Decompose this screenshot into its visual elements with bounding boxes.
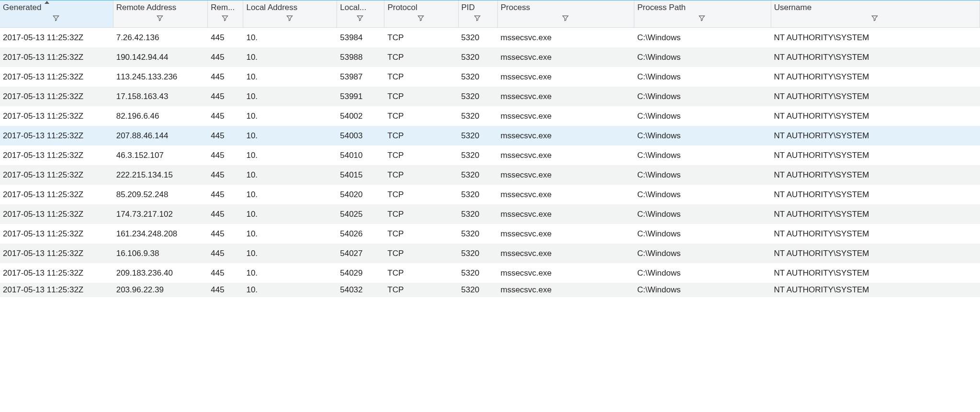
cell-process_path: C:\Windows	[634, 210, 771, 219]
cell-pid: 5320	[458, 151, 497, 160]
table-row[interactable]: 2017-05-13 11:25:32Z209.183.236.4044510.…	[0, 263, 980, 283]
table-row[interactable]: 2017-05-13 11:25:32Z222.215.134.1544510.…	[0, 165, 980, 185]
cell-username: NT AUTHORITY\SYSTEM	[771, 72, 980, 82]
table-row[interactable]: 2017-05-13 11:25:32Z82.196.6.4644510.540…	[0, 106, 980, 126]
cell-remote_address: 161.234.248.208	[113, 229, 208, 239]
cell-remote_port: 445	[208, 151, 243, 160]
cell-pid: 5320	[458, 111, 497, 121]
cell-local_port: 54025	[337, 210, 384, 219]
cell-local_port: 54003	[337, 131, 384, 141]
column-header-process[interactable]: Process	[498, 0, 634, 28]
table-row[interactable]: 2017-05-13 11:25:32Z113.245.133.23644510…	[0, 67, 980, 87]
cell-protocol: TCP	[384, 190, 458, 200]
cell-pid: 5320	[458, 190, 497, 200]
grid-header-row: GeneratedRemote AddressRem...Local Addre…	[0, 0, 980, 28]
table-row[interactable]: 2017-05-13 11:25:32Z190.142.94.4444510.5…	[0, 47, 980, 67]
column-header-label: Remote Address	[116, 2, 205, 13]
cell-remote_address: 203.96.22.39	[113, 285, 208, 295]
cell-username: NT AUTHORITY\SYSTEM	[771, 268, 980, 278]
filter-icon[interactable]	[871, 15, 879, 22]
cell-remote_address: 174.73.217.102	[113, 210, 208, 219]
cell-generated: 2017-05-13 11:25:32Z	[0, 210, 113, 219]
sort-ascending-icon	[45, 1, 49, 4]
filter-icon[interactable]	[53, 15, 60, 22]
table-row[interactable]: 2017-05-13 11:25:32Z7.26.42.13644510.539…	[0, 28, 980, 47]
grid-body: 2017-05-13 11:25:32Z7.26.42.13644510.539…	[0, 28, 980, 297]
cell-remote_address: 82.196.6.46	[113, 111, 208, 121]
filter-icon[interactable]	[157, 15, 164, 22]
filter-icon[interactable]	[222, 15, 229, 22]
cell-process_path: C:\Windows	[634, 229, 771, 239]
column-header-local_address[interactable]: Local Address	[243, 0, 337, 28]
column-header-remote_port[interactable]: Rem...	[208, 0, 243, 28]
cell-process: mssecsvc.exe	[498, 285, 635, 295]
column-header-label: Process Path	[637, 2, 767, 13]
cell-remote_port: 445	[208, 131, 243, 141]
cell-remote_address: 7.26.42.136	[113, 33, 208, 43]
cell-pid: 5320	[458, 92, 497, 101]
table-row[interactable]: 2017-05-13 11:25:32Z174.73.217.10244510.…	[0, 204, 980, 224]
cell-pid: 5320	[458, 72, 497, 82]
table-row[interactable]: 2017-05-13 11:25:32Z16.106.9.3844510.540…	[0, 244, 980, 263]
filter-icon[interactable]	[417, 15, 425, 22]
cell-generated: 2017-05-13 11:25:32Z	[0, 268, 113, 278]
cell-process: mssecsvc.exe	[498, 268, 635, 278]
cell-process: mssecsvc.exe	[498, 249, 635, 258]
column-header-local_port[interactable]: Local...	[337, 0, 384, 28]
cell-protocol: TCP	[384, 151, 458, 160]
table-row[interactable]: 2017-05-13 11:25:32Z161.234.248.20844510…	[0, 224, 980, 244]
cell-remote_address: 190.142.94.44	[113, 53, 208, 62]
cell-local_address: 10.	[243, 131, 337, 141]
cell-remote_port: 445	[208, 249, 243, 258]
column-header-remote_address[interactable]: Remote Address	[113, 0, 208, 28]
cell-remote_port: 445	[208, 210, 243, 219]
cell-remote_port: 445	[208, 268, 243, 278]
filter-icon[interactable]	[698, 15, 706, 22]
cell-username: NT AUTHORITY\SYSTEM	[771, 151, 980, 160]
cell-process_path: C:\Windows	[634, 151, 771, 160]
table-row[interactable]: 2017-05-13 11:25:32Z85.209.52.24844510.5…	[0, 185, 980, 204]
column-header-username[interactable]: Username	[771, 0, 980, 28]
cell-username: NT AUTHORITY\SYSTEM	[771, 285, 980, 295]
column-header-pid[interactable]: PID	[459, 0, 498, 28]
table-row[interactable]: 2017-05-13 11:25:32Z46.3.152.10744510.54…	[0, 145, 980, 165]
table-row[interactable]: 2017-05-13 11:25:32Z203.96.22.3944510.54…	[0, 283, 980, 297]
column-header-generated[interactable]: Generated	[0, 0, 113, 28]
cell-pid: 5320	[458, 170, 497, 180]
cell-remote_port: 445	[208, 190, 243, 200]
table-row[interactable]: 2017-05-13 11:25:32Z17.158.163.4344510.5…	[0, 87, 980, 106]
cell-process: mssecsvc.exe	[498, 92, 635, 101]
cell-protocol: TCP	[384, 131, 458, 141]
cell-pid: 5320	[458, 229, 497, 239]
cell-local_address: 10.	[243, 190, 337, 200]
cell-generated: 2017-05-13 11:25:32Z	[0, 92, 113, 101]
cell-local_port: 53984	[337, 33, 384, 43]
cell-local_port: 54027	[337, 249, 384, 258]
cell-protocol: TCP	[384, 92, 458, 101]
column-header-protocol[interactable]: Protocol	[384, 0, 458, 28]
cell-protocol: TCP	[384, 249, 458, 258]
cell-generated: 2017-05-13 11:25:32Z	[0, 131, 113, 141]
cell-generated: 2017-05-13 11:25:32Z	[0, 33, 113, 43]
cell-process: mssecsvc.exe	[498, 111, 635, 121]
cell-pid: 5320	[458, 210, 497, 219]
filter-icon[interactable]	[474, 15, 482, 22]
data-grid[interactable]: GeneratedRemote AddressRem...Local Addre…	[0, 0, 980, 297]
cell-protocol: TCP	[384, 170, 458, 180]
column-header-label: Rem...	[211, 2, 240, 13]
cell-remote_address: 17.158.163.43	[113, 92, 208, 101]
cell-remote_address: 207.88.46.144	[113, 131, 208, 141]
filter-icon[interactable]	[286, 15, 294, 22]
cell-remote_address: 85.209.52.248	[113, 190, 208, 200]
cell-remote_port: 445	[208, 53, 243, 62]
filter-icon[interactable]	[357, 15, 364, 22]
filter-icon[interactable]	[562, 15, 570, 22]
cell-generated: 2017-05-13 11:25:32Z	[0, 170, 113, 180]
column-header-process_path[interactable]: Process Path	[634, 0, 771, 28]
cell-username: NT AUTHORITY\SYSTEM	[771, 229, 980, 239]
table-row[interactable]: 2017-05-13 11:25:32Z207.88.46.14444510.5…	[0, 126, 980, 145]
cell-generated: 2017-05-13 11:25:32Z	[0, 111, 113, 121]
cell-remote_address: 209.183.236.40	[113, 268, 208, 278]
cell-process: mssecsvc.exe	[498, 33, 635, 43]
cell-pid: 5320	[458, 33, 497, 43]
